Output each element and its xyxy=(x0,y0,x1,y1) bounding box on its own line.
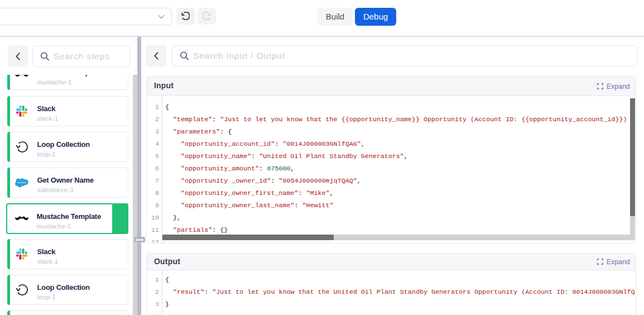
svg-text:salesforce: salesforce xyxy=(17,182,26,184)
